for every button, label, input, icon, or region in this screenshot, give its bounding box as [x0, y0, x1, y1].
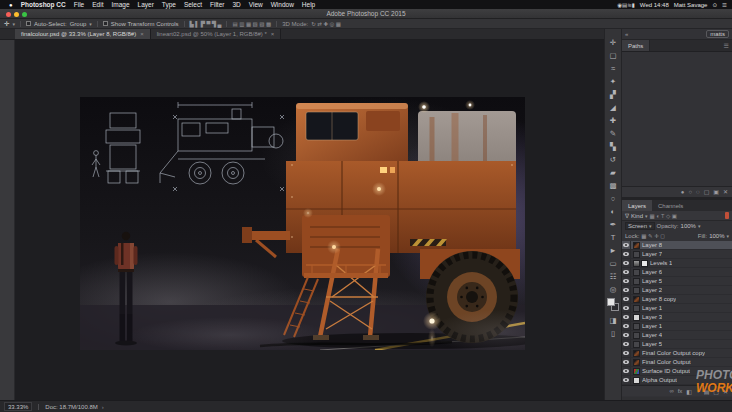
3d-mode-icon[interactable]: ✚	[323, 21, 328, 27]
lock-icon[interactable]: ◻	[660, 233, 665, 239]
tool-icon[interactable]: ▚	[609, 140, 616, 153]
lock-icon[interactable]: ✎	[648, 233, 653, 239]
close-tab-icon[interactable]: ×	[140, 31, 144, 37]
menu-item[interactable]: Edit	[88, 0, 107, 9]
distribute-icon[interactable]: ▧	[253, 21, 258, 27]
filter-toggle[interactable]	[725, 212, 729, 219]
layers-footer-icon[interactable]: ▢	[713, 388, 719, 395]
layer-row[interactable]: Layer 7	[622, 250, 732, 259]
tool-icon[interactable]: ▢	[609, 49, 616, 62]
layer-row[interactable]: Layer 1	[622, 304, 732, 313]
auto-select-caret-icon[interactable]: ▾	[89, 21, 92, 27]
collapse-panels-icon[interactable]: «	[625, 31, 628, 37]
filter-type-icon[interactable]: T	[661, 213, 664, 219]
tool-icon[interactable]: ✎	[609, 127, 616, 140]
tab-channels[interactable]: Channels	[652, 200, 689, 211]
layer-thumbnail[interactable]	[633, 242, 640, 249]
align-icon[interactable]: ▙	[190, 21, 194, 27]
visibility-toggle[interactable]	[622, 349, 631, 357]
document-tab-active[interactable]: finalcolour.psd @ 33.3% (Layer 8, RGB/8#…	[15, 29, 151, 39]
visibility-toggle[interactable]	[622, 259, 631, 267]
blend-mode-select[interactable]: Screen ▾	[625, 222, 655, 230]
tool-icon[interactable]: ✛	[609, 36, 616, 49]
distribute-icon[interactable]: ▩	[266, 21, 271, 27]
auto-select-checkbox[interactable]	[26, 21, 31, 26]
current-tool-icon[interactable]: ✛	[4, 20, 9, 28]
menu-item[interactable]: 3D	[228, 0, 244, 9]
layer-thumbnail[interactable]	[633, 341, 640, 348]
tool-icon[interactable]: ✦	[609, 75, 616, 88]
layer-thumbnail[interactable]	[633, 332, 640, 339]
layer-row[interactable]: Layer 4	[622, 331, 732, 340]
visibility-toggle[interactable]	[622, 322, 631, 330]
align-icon[interactable]: ▀	[206, 21, 210, 27]
paths-footer-icon[interactable]: ○	[688, 187, 692, 198]
visibility-toggle[interactable]	[622, 313, 631, 321]
3d-mode-icon[interactable]: ↻	[311, 21, 316, 27]
align-icon[interactable]: ▜	[212, 21, 216, 27]
visibility-toggle[interactable]	[622, 331, 631, 339]
menu-item[interactable]: Select	[180, 0, 206, 9]
paths-footer-icon[interactable]: ✕	[723, 187, 728, 198]
apple-menu-icon[interactable]: ●	[5, 2, 17, 8]
tab-layers[interactable]: Layers	[622, 200, 652, 211]
distribute-icon[interactable]: ▨	[259, 21, 264, 27]
layer-thumbnail[interactable]	[633, 305, 640, 312]
layers-footer-icon[interactable]: ▤	[704, 388, 710, 395]
layer-row[interactable]: Layer 2	[622, 286, 732, 295]
menu-item[interactable]: File	[70, 0, 88, 9]
layer-row[interactable]: Layer 1	[622, 322, 732, 331]
opacity-caret-icon[interactable]: ▾	[698, 223, 701, 229]
menubar-status-icon[interactable]: ▮	[632, 2, 635, 8]
layer-row[interactable]: Layer 6	[622, 268, 732, 277]
opacity-value[interactable]: 100%	[681, 223, 696, 229]
layer-row[interactable]: Layer 8 copy	[622, 295, 732, 304]
layer-mask-thumbnail[interactable]	[641, 260, 648, 267]
layer-thumbnail[interactable]	[633, 296, 640, 303]
notification-center-icon[interactable]: ☰	[722, 2, 727, 8]
3d-mode-icon[interactable]: ⇄	[317, 21, 322, 27]
align-icon[interactable]: ▄	[218, 21, 222, 27]
menu-item[interactable]: Filter	[206, 0, 228, 9]
distribute-icon[interactable]: ▦	[246, 21, 251, 27]
tool-icon[interactable]: ◐	[609, 205, 616, 218]
tool-mode-icon[interactable]: ◨	[609, 314, 616, 327]
layer-thumbnail[interactable]	[633, 251, 640, 258]
tool-icon[interactable]: ○	[609, 192, 616, 205]
visibility-toggle[interactable]	[622, 295, 631, 303]
menu-item[interactable]: View	[245, 0, 267, 9]
menu-item[interactable]: Help	[298, 0, 319, 9]
layer-row[interactable]: Layer 8	[622, 241, 732, 250]
visibility-toggle[interactable]	[622, 340, 631, 348]
layer-thumbnail[interactable]	[633, 314, 640, 321]
fill-value[interactable]: 100%	[709, 233, 724, 239]
layer-thumbnail[interactable]	[633, 323, 640, 330]
visibility-toggle[interactable]	[622, 376, 631, 384]
layer-row[interactable]: Layer 3	[622, 313, 732, 322]
minimize-button[interactable]	[14, 12, 19, 17]
zoom-level-field[interactable]: 33.33%	[4, 402, 32, 411]
align-icon[interactable]: ▛	[201, 21, 205, 27]
menu-bar-clock[interactable]: Wed 14:48	[640, 2, 669, 8]
paths-footer-icon[interactable]: ▣	[713, 187, 719, 198]
tool-icon[interactable]: ≈	[609, 62, 616, 75]
tool-icon[interactable]: ►	[609, 244, 616, 257]
spotlight-icon[interactable]: ⊙	[712, 2, 717, 8]
layer-thumbnail[interactable]	[633, 269, 640, 276]
layer-row[interactable]: Final Color Output	[622, 358, 732, 367]
tool-mode-icon[interactable]: ▯	[609, 327, 616, 340]
layer-row[interactable]: Layer 5	[622, 340, 732, 349]
layer-row[interactable]: Surface ID Output	[622, 367, 732, 376]
filter-type-icon[interactable]: ◐	[656, 213, 659, 219]
layers-footer-icon[interactable]: ✕	[723, 388, 728, 395]
distribute-icon[interactable]: ▥	[239, 21, 244, 27]
layers-footer-icon[interactable]: ◧	[686, 388, 692, 395]
paths-list[interactable]	[622, 51, 732, 186]
foreground-color-swatch[interactable]	[607, 298, 615, 306]
paths-footer-icon[interactable]: ●	[681, 187, 685, 198]
3d-mode-icon[interactable]: ◎	[330, 21, 335, 27]
visibility-toggle[interactable]	[622, 286, 631, 294]
show-transform-checkbox[interactable]	[103, 21, 108, 26]
layers-footer-icon[interactable]: fx	[678, 388, 683, 394]
filter-type-icon[interactable]: ◇	[666, 213, 670, 219]
